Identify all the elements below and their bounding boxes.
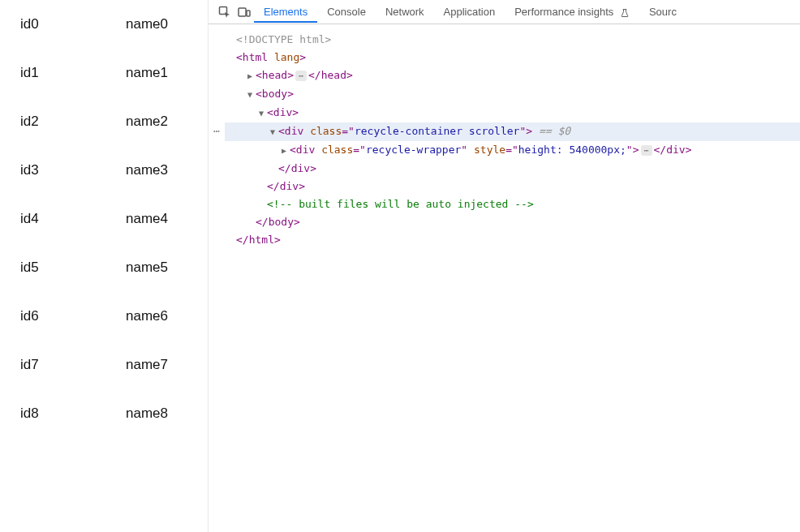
list-item-id: id8: [20, 405, 126, 422]
list-item-id: id2: [20, 114, 126, 130]
dom-node-body[interactable]: <body>: [225, 85, 800, 104]
ellipsis-icon[interactable]: ⋯: [641, 145, 652, 156]
list-item-id: id3: [20, 162, 126, 178]
dom-node-comment[interactable]: <!-- built files will be auto injected -…: [225, 195, 800, 213]
list-item: id7 name7: [0, 341, 208, 389]
expand-arrow-icon[interactable]: [282, 142, 290, 160]
dom-node-div-close[interactable]: </div>: [225, 178, 800, 195]
svg-rect-2: [247, 11, 250, 16]
flask-icon: [620, 6, 630, 18]
dom-node-doctype[interactable]: <!DOCTYPE html>: [225, 31, 800, 49]
devtools-panel: Elements Console Network Application Per…: [209, 0, 800, 532]
list-item-name: name8: [126, 405, 208, 422]
list-item-name: name5: [126, 260, 208, 276]
tab-label: Performance insights: [514, 6, 613, 18]
dom-node-html-open[interactable]: <html lang>: [225, 49, 800, 66]
dom-node-head[interactable]: <head>⋯</head>: [225, 66, 800, 85]
devtools-tab-bar: Elements Console Network Application Per…: [209, 0, 800, 24]
list-item-id: id4: [20, 211, 126, 227]
list-item-id: id7: [20, 357, 126, 373]
dom-node-div[interactable]: <div>: [225, 104, 800, 122]
list-item: id6 name6: [0, 292, 208, 341]
list-item: id0 name0: [0, 0, 208, 49]
dom-node-body-close[interactable]: </body>: [225, 213, 800, 231]
dom-node-div-inner[interactable]: <div class="recycle-wrapper" style="heig…: [225, 141, 800, 160]
list-item-name: name6: [126, 308, 208, 324]
list-item-name: name2: [126, 114, 208, 130]
list-panel[interactable]: id0 name0 id1 name1 id2 name2 id3 name3 …: [0, 0, 209, 532]
list-item-name: name0: [126, 16, 208, 32]
list-item-name: name7: [126, 357, 208, 373]
list-item-id: id5: [20, 260, 126, 276]
list-item: id8 name8: [0, 389, 208, 438]
list-item: id4 name4: [0, 195, 208, 243]
dom-node-div-close[interactable]: </div>: [225, 160, 800, 178]
tab-application[interactable]: Application: [434, 1, 505, 23]
expand-arrow-icon[interactable]: [270, 123, 278, 141]
list-item-id: id0: [20, 16, 126, 32]
tab-console[interactable]: Console: [317, 1, 376, 23]
tab-network[interactable]: Network: [376, 1, 434, 23]
list-item: id5 name5: [0, 243, 208, 292]
ellipsis-icon[interactable]: ⋯: [295, 71, 307, 81]
tab-sources[interactable]: Sourc: [639, 1, 686, 23]
svg-rect-1: [239, 8, 246, 16]
expand-arrow-icon[interactable]: [259, 105, 267, 122]
expand-arrow-icon[interactable]: [247, 67, 256, 85]
list-item-name: name3: [126, 162, 208, 178]
dom-tree[interactable]: <!DOCTYPE html> <html lang> <head>⋯</hea…: [209, 24, 800, 532]
list-item-id: id6: [20, 308, 126, 324]
list-item: id2 name2: [0, 97, 208, 146]
dom-node-html-close[interactable]: </html>: [225, 231, 800, 249]
tab-elements[interactable]: Elements: [254, 1, 317, 23]
tab-performance-insights[interactable]: Performance insights: [505, 1, 639, 23]
list-item-name: name1: [126, 65, 208, 81]
expand-arrow-icon[interactable]: [247, 86, 256, 104]
list-item: id1 name1: [0, 49, 208, 97]
device-toolbar-icon[interactable]: [234, 2, 254, 22]
dom-node-selected[interactable]: <div class="recycle-container scroller">…: [225, 122, 800, 141]
inspect-element-icon[interactable]: [215, 2, 234, 22]
list-item-id: id1: [20, 65, 126, 81]
list-item: id3 name3: [0, 146, 208, 195]
list-item-name: name4: [126, 211, 208, 227]
